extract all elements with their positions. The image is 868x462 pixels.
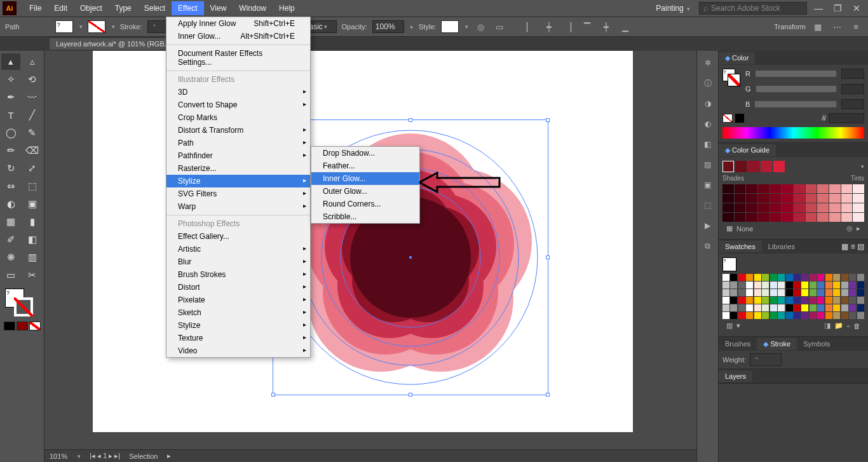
pencil-tool[interactable]: ✏ (1, 142, 20, 159)
menu-last-effect[interactable]: Inner Glow...Alt+Shift+Ctrl+E (166, 30, 310, 43)
menu-select[interactable]: Select (138, 1, 172, 15)
lasso-tool[interactable]: ⟲ (23, 71, 42, 88)
none-color-btn[interactable] (722, 114, 733, 123)
align-left-icon[interactable]: ▏ (523, 20, 537, 33)
weight-input[interactable]: ⌃ (750, 353, 782, 366)
fill-stroke-indicator[interactable]: ? (5, 289, 36, 319)
effect-distort-transform[interactable]: Distort & Transform (166, 124, 310, 137)
menu-apply-last-effect[interactable]: Apply Inner GlowShift+Ctrl+E (166, 17, 310, 30)
more-icon[interactable]: ⋯ (830, 20, 844, 33)
document-tab[interactable]: Layered artwork.ai* @ 101% (RGB... (50, 38, 177, 50)
pathfinder-panel-icon[interactable]: ▣ (701, 178, 715, 192)
opacity-input[interactable]: 100% (372, 20, 404, 33)
stylize-round-corners-[interactable]: Round Corners... (311, 198, 419, 210)
effect-ps-artistic[interactable]: Artistic (166, 243, 310, 255)
effect-ps-effect-gallery-[interactable]: Effect Gallery... (166, 230, 310, 243)
effect-ps-texture[interactable]: Texture (166, 332, 310, 344)
menu-effect[interactable]: Effect (172, 1, 203, 15)
width-tool[interactable]: ⇔ (1, 178, 20, 194)
magic-wand-tool[interactable]: ✧ (1, 71, 20, 88)
tab-symbols[interactable]: Symbols (797, 338, 836, 350)
stylize-outer-glow-[interactable]: Outer Glow... (311, 185, 419, 198)
status-play-icon[interactable]: ▸ (167, 452, 171, 460)
search-stock-input[interactable]: ⌕ Search Adobe Stock (699, 2, 807, 15)
b-slider[interactable] (755, 101, 836, 107)
swatch-view-icons[interactable]: ▦ ≡ ▤ (841, 242, 868, 251)
effect-convert-to-shape[interactable]: Convert to Shape (166, 99, 310, 111)
color-spectrum[interactable] (722, 127, 864, 139)
swatch-libraries-icon[interactable]: ▥ (726, 322, 733, 330)
menu-window[interactable]: Window (233, 1, 273, 15)
stylize-feather-[interactable]: Feather... (311, 160, 419, 172)
menu-object[interactable]: Object (74, 1, 109, 15)
tab-libraries[interactable]: Libraries (762, 241, 801, 252)
effect-pathfinder[interactable]: Pathfinder (166, 149, 310, 162)
tab-layers[interactable]: Layers (719, 370, 752, 382)
align-top-icon[interactable]: ▔ (580, 20, 594, 33)
graphic-styles-icon[interactable]: ◐ (701, 117, 715, 131)
menu-raster-settings[interactable]: Document Raster Effects Settings... (166, 47, 310, 69)
isolate-icon[interactable]: ▦ (811, 20, 825, 33)
free-transform-tool[interactable]: ⬚ (23, 178, 42, 194)
r-value[interactable] (841, 69, 864, 79)
effect-ps-stylize[interactable]: Stylize (166, 319, 310, 332)
column-graph-tool[interactable]: ▥ (23, 249, 42, 266)
align-vcenter-icon[interactable]: ┿ (599, 20, 613, 33)
blend-tool[interactable]: ◧ (23, 231, 42, 248)
g-slider[interactable] (756, 86, 836, 92)
align-panel-icon[interactable]: ▤ (701, 158, 715, 172)
transform-panel-icon[interactable]: ⬚ (701, 198, 715, 212)
menu-help[interactable]: Help (273, 1, 301, 15)
direct-selection-tool[interactable]: ▵ (23, 53, 42, 70)
pen-tool[interactable]: ✒ (1, 89, 20, 105)
ellipse-tool[interactable]: ◯ (1, 125, 20, 141)
effect-stylize[interactable]: Stylize (166, 175, 310, 187)
effect-ps-distort[interactable]: Distort (166, 281, 310, 294)
slice-tool[interactable]: ✂ (23, 267, 42, 283)
stylize-inner-glow-[interactable]: Inner Glow... (311, 172, 419, 185)
window-minimize[interactable]: — (811, 3, 826, 14)
artboard-nav[interactable]: |◂ ◂ 1 ▸ ▸| (90, 452, 120, 460)
live-paint-tool[interactable]: ▣ (23, 196, 42, 212)
fill-swatch[interactable] (55, 20, 73, 33)
line-tool[interactable]: ╱ (23, 107, 42, 123)
b-value[interactable] (841, 99, 864, 109)
effect-crop-marks[interactable]: Crop Marks (166, 111, 310, 124)
align-hcenter-icon[interactable]: ┿ (542, 20, 556, 33)
effect-rasterize-[interactable]: Rasterize... (166, 162, 310, 175)
align-icon[interactable]: ▭ (492, 20, 506, 33)
appearance-icon[interactable]: ◑ (701, 97, 715, 111)
recolor-icon[interactable]: ◎ (473, 20, 487, 33)
effect-path[interactable]: Path (166, 137, 310, 149)
transparency-icon[interactable]: ◧ (701, 137, 715, 151)
effect-warp[interactable]: Warp (166, 200, 310, 213)
transform-label[interactable]: Transform (774, 23, 806, 31)
gradient-mode-btn[interactable] (17, 322, 28, 330)
shape-builder-tool[interactable]: ◐ (1, 196, 20, 212)
window-close[interactable]: ✕ (849, 3, 864, 14)
effect-ps-pixelate[interactable]: Pixelate (166, 294, 310, 306)
canvas[interactable] (44, 51, 696, 462)
stylize-drop-shadow-[interactable]: Drop Shadow... (311, 147, 419, 160)
limit-icon[interactable]: ▦ (726, 224, 733, 233)
properties-icon[interactable]: ✲ (701, 56, 715, 70)
eyedropper-tool[interactable]: ✐ (1, 231, 20, 248)
swatch-menu-icon[interactable]: ▾ (736, 322, 740, 330)
shade-grid[interactable] (722, 184, 864, 222)
tab-stroke[interactable]: ◆ Stroke (757, 338, 797, 350)
window-restore[interactable]: ❐ (830, 3, 845, 14)
none-mode-btn[interactable] (29, 322, 41, 330)
links-icon[interactable]: ⧉ (701, 239, 715, 253)
menu-file[interactable]: File (23, 1, 48, 15)
workspace-switcher[interactable]: Painting ▾ (651, 2, 695, 15)
gradient-tool[interactable]: ▮ (23, 214, 42, 230)
tab-color-guide[interactable]: ◆ Color Guide (719, 144, 776, 156)
swatch-grid[interactable] (722, 274, 864, 319)
effect-ps-blur[interactable]: Blur (166, 255, 310, 268)
bw-btn[interactable] (735, 114, 744, 123)
effect-svg-filters[interactable]: SVG Filters (166, 187, 310, 200)
style-swatch[interactable] (441, 20, 459, 33)
zoom-level[interactable]: 101% (50, 452, 67, 460)
scale-tool[interactable]: ⤢ (23, 160, 42, 177)
effect-ps-video[interactable]: Video (166, 344, 310, 357)
